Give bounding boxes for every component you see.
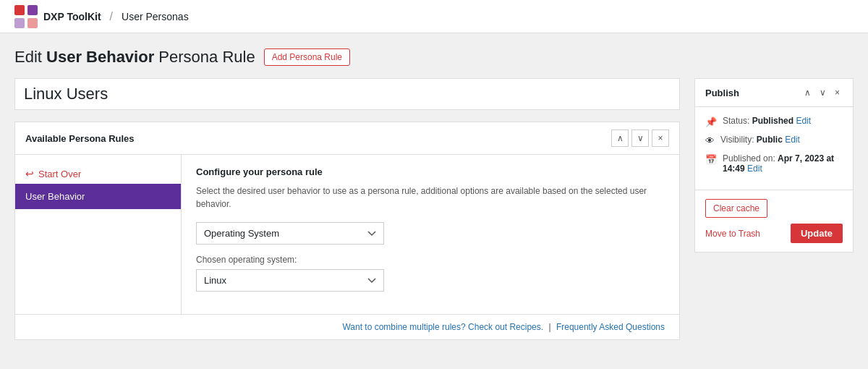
panel-footer: Want to combine multiple rules? Check ou… [15,314,679,339]
nav-section: User Personas [122,11,189,22]
visibility-text: Visibility: Public Edit [720,135,800,145]
top-nav: DXP ToolKit / User Personas [0,0,868,33]
persona-name-input[interactable] [14,78,680,110]
panel-body: ↩ Start Over User Behavior Configure you… [15,155,679,314]
publish-collapse-up-button[interactable]: ∧ [801,86,814,99]
panel-close-button[interactable]: × [652,130,669,147]
chosen-os-label: Chosen operating system: [196,255,665,265]
sidebar: Publish ∧ ∨ × 📌 Status: Published Edit [694,78,854,253]
page-title-bold: User Behavior [46,48,154,66]
panel-collapse-up-button[interactable]: ∧ [611,130,629,147]
operating-system-select[interactable]: Operating System Browser Device Type [196,222,384,245]
published-text: Published on: Apr 7, 2023 at 14:49 Edit [723,153,843,174]
configure-area: Configure your persona rule Select the d… [182,155,679,314]
trash-update-row: Move to Trash Update [705,224,843,243]
rules-list: ↩ Start Over User Behavior [15,155,182,314]
status-icon: 📌 [705,116,717,127]
start-over-button[interactable]: ↩ Start Over [15,164,181,184]
update-button[interactable]: Update [791,224,843,243]
move-to-trash-button[interactable]: Move to Trash [705,229,760,239]
page-title-prefix: Edit [14,48,46,66]
svg-rect-0 [14,5,25,15]
page-title-suffix: Persona Rule [154,48,255,66]
calendar-icon: 📅 [705,154,717,165]
status-value: Published [752,116,793,126]
panel-header: Available Persona Rules ∧ ∨ × [15,122,679,155]
page-header: Edit User Behavior Persona Rule Add Pers… [14,48,854,67]
svg-rect-3 [27,18,38,28]
start-over-label: Start Over [38,169,81,179]
svg-rect-1 [27,5,38,15]
status-row: 📌 Status: Published Edit [705,116,843,127]
cache-action-row: Clear cache [705,199,843,218]
start-over-icon: ↩ [25,168,34,179]
panel-title: Available Persona Rules [25,133,135,144]
recipes-link[interactable]: Want to combine multiple rules? Check ou… [342,322,543,332]
chosen-os-select[interactable]: Linux Windows macOS Ubuntu Fedora [196,269,384,292]
rule-item-user-behavior[interactable]: User Behavior [15,184,181,209]
publish-panel-footer: Clear cache Move to Trash Update [695,190,853,252]
status-edit-link[interactable]: Edit [796,116,811,126]
published-date-row: 📅 Published on: Apr 7, 2023 at 14:49 Edi… [705,153,843,174]
publish-controls: ∧ ∨ × [801,86,843,99]
persona-rules-panel: Available Persona Rules ∧ ∨ × ↩ Start Ov… [14,122,680,340]
visibility-edit-link[interactable]: Edit [785,135,800,145]
clear-cache-button[interactable]: Clear cache [705,199,767,218]
status-text: Status: Published Edit [723,116,811,126]
publish-panel: Publish ∧ ∨ × 📌 Status: Published Edit [694,78,854,253]
panel-collapse-down-button[interactable]: ∨ [631,130,649,147]
publish-title: Publish [705,88,739,98]
visibility-label: Visibility: [720,135,754,145]
svg-rect-2 [14,18,25,28]
logo: DXP ToolKit / User Personas [14,5,189,28]
publish-close-button[interactable]: × [832,86,843,99]
configure-desc: Select the desired user behavior to use … [196,184,665,211]
footer-separator: | [548,322,550,332]
visibility-icon: 👁 [705,135,715,146]
publish-panel-header: Publish ∧ ∨ × [695,79,853,107]
visibility-value: Public [757,135,783,145]
main-content: Edit User Behavior Persona Rule Add Pers… [0,33,868,355]
logo-icon [14,5,38,28]
configure-title: Configure your persona rule [196,166,665,177]
layout: Available Persona Rules ∧ ∨ × ↩ Start Ov… [14,78,854,340]
add-persona-rule-button[interactable]: Add Persona Rule [264,48,350,66]
nav-separator: / [110,10,113,23]
status-label: Status: [723,116,749,126]
publish-collapse-down-button[interactable]: ∨ [817,86,829,99]
rule-item-label: User Behavior [25,191,85,202]
visibility-row: 👁 Visibility: Public Edit [705,135,843,146]
published-label: Published on: [723,153,775,164]
faq-link[interactable]: Frequently Asked Questions [556,322,665,332]
panel-controls: ∧ ∨ × [611,130,669,147]
published-edit-link[interactable]: Edit [747,164,762,174]
publish-panel-body: 📌 Status: Published Edit 👁 Visibility: P… [695,107,853,190]
page-title: Edit User Behavior Persona Rule [14,48,255,67]
content-area: Available Persona Rules ∧ ∨ × ↩ Start Ov… [14,78,680,340]
nav-brand: DXP ToolKit [43,11,101,22]
